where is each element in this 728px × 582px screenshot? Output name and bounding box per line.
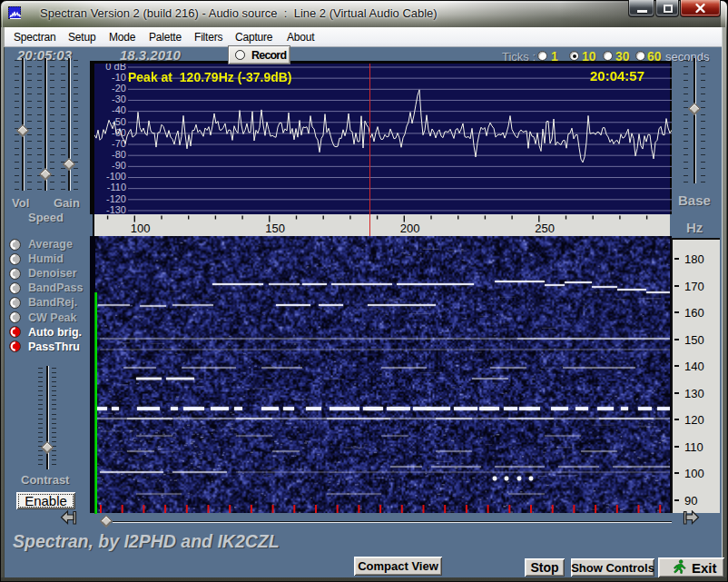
svg-text:150: 150 xyxy=(265,222,285,235)
svg-text:250: 250 xyxy=(535,222,555,235)
svg-text:200: 200 xyxy=(400,222,420,235)
svg-text:100: 100 xyxy=(131,222,151,235)
